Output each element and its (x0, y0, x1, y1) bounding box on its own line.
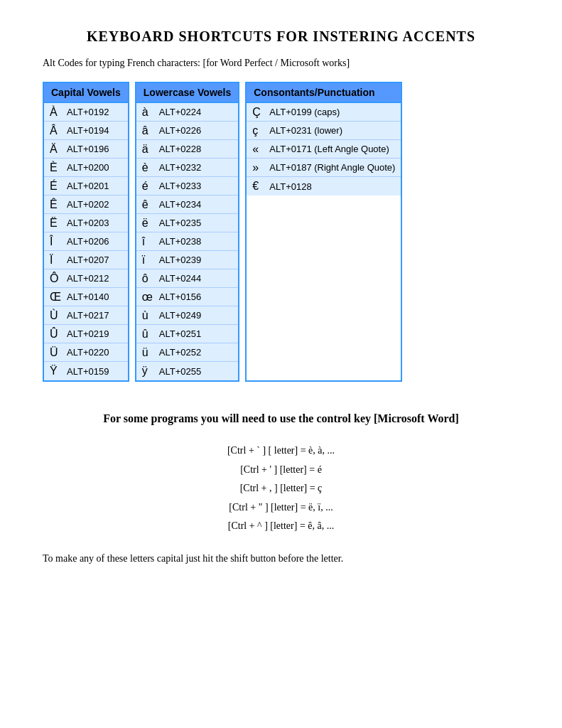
char-glyph: ù (142, 309, 158, 322)
table-row: éALT+0233 (136, 177, 238, 196)
char-glyph: Ÿ (50, 365, 65, 378)
table-row: ŒALT+0140 (44, 288, 128, 306)
char-glyph: « (252, 143, 268, 156)
table-row: ŸALT+0159 (44, 362, 128, 380)
subtitle: Alt Codes for typing French characters: … (43, 58, 519, 69)
char-glyph: ü (142, 346, 158, 359)
char-code: ALT+0234 (159, 199, 201, 210)
table-row: âALT+0226 (136, 122, 238, 140)
char-code: ALT+0249 (159, 310, 201, 321)
capital-vowels-col: Capital Vowels ÀALT+0192ÂALT+0194ÄALT+01… (43, 82, 129, 382)
char-glyph: â (142, 124, 158, 137)
char-glyph: ÿ (142, 365, 158, 378)
char-code: ALT+0233 (159, 181, 201, 191)
char-glyph: € (252, 180, 268, 193)
table-row: ÇALT+0199 (caps) (247, 103, 401, 122)
char-glyph: Û (50, 328, 65, 341)
char-code: ALT+0235 (159, 218, 201, 228)
table-row: ùALT+0249 (136, 306, 238, 325)
char-code: ALT+0231 (lower) (269, 125, 342, 136)
char-glyph: î (142, 235, 158, 248)
table-row: ÀALT+0192 (44, 103, 128, 122)
table-row: ïALT+0239 (136, 251, 238, 269)
char-glyph: Ä (50, 143, 65, 156)
char-glyph: ç (252, 124, 268, 137)
char-glyph: Ù (50, 309, 65, 322)
note-heading: For some programs you will need to use t… (43, 410, 519, 427)
char-glyph: è (142, 161, 158, 174)
shortcut-item: [Ctrl + ` ] [ letter] = è, à, ... (43, 441, 519, 461)
shortcut-item: [Ctrl + " ] [letter] = ë, ï, ... (43, 498, 519, 518)
table-row: ÛALT+0219 (44, 325, 128, 343)
char-glyph: ä (142, 143, 158, 156)
char-glyph: à (142, 106, 158, 119)
char-code: ALT+0228 (159, 144, 201, 154)
char-code: ALT+0207 (67, 255, 109, 265)
table-row: ÄALT+0196 (44, 140, 128, 159)
lowercase-vowels-rows: àALT+0224âALT+0226äALT+0228èALT+0232éALT… (136, 103, 238, 380)
char-code: ALT+0171 (Left Angle Quote) (269, 144, 389, 154)
char-code: ALT+0202 (67, 199, 109, 210)
char-code: ALT+0239 (159, 255, 201, 265)
table-row: ÙALT+0217 (44, 306, 128, 325)
char-glyph: Œ (50, 291, 65, 304)
table-row: ÔALT+0212 (44, 269, 128, 288)
table-row: ÊALT+0202 (44, 196, 128, 214)
table-row: èALT+0232 (136, 159, 238, 177)
table-row: îALT+0238 (136, 232, 238, 251)
table-row: çALT+0231 (lower) (247, 122, 401, 140)
table-row: ëALT+0235 (136, 214, 238, 232)
table-row: àALT+0224 (136, 103, 238, 122)
char-glyph: ë (142, 217, 158, 230)
table-row: äALT+0228 (136, 140, 238, 159)
char-code: ALT+0196 (67, 144, 109, 154)
char-glyph: Â (50, 124, 65, 137)
char-code: ALT+0140 (67, 291, 109, 302)
char-glyph: À (50, 106, 65, 119)
table-row: œALT+0156 (136, 288, 238, 306)
table-row: ôALT+0244 (136, 269, 238, 288)
table-row: üALT+0252 (136, 343, 238, 362)
consonants-col: Consontants/Punctuation ÇALT+0199 (caps)… (245, 82, 402, 382)
char-glyph: É (50, 180, 65, 193)
char-glyph: Ë (50, 217, 65, 230)
char-code: ALT+0238 (159, 236, 201, 247)
table-row: ÈALT+0200 (44, 159, 128, 177)
char-glyph: û (142, 328, 158, 341)
char-code: ALT+0194 (67, 125, 109, 136)
capital-vowels-header: Capital Vowels (44, 83, 128, 103)
char-code: ALT+0244 (159, 273, 201, 284)
char-glyph: Ï (50, 254, 65, 267)
table-row: »ALT+0187 (Right Angle Quote) (247, 159, 401, 177)
char-glyph: ê (142, 198, 158, 211)
lowercase-vowels-col: Lowercase Vowels àALT+0224âALT+0226äALT+… (135, 82, 239, 382)
table-row: ÉALT+0201 (44, 177, 128, 196)
char-code: ALT+0156 (159, 291, 201, 302)
char-code: ALT+0212 (67, 273, 109, 284)
table-row: €ALT+0128 (247, 177, 401, 196)
char-code: ALT+0200 (67, 162, 109, 173)
char-code: ALT+0128 (269, 181, 311, 192)
capital-vowels-rows: ÀALT+0192ÂALT+0194ÄALT+0196ÈALT+0200ÉALT… (44, 103, 128, 380)
char-code: ALT+0255 (159, 366, 201, 377)
char-glyph: œ (142, 291, 158, 304)
table-row: ÿALT+0255 (136, 362, 238, 380)
char-code: ALT+0206 (67, 236, 109, 247)
lowercase-vowels-header: Lowercase Vowels (136, 83, 238, 103)
table-row: ËALT+0203 (44, 214, 128, 232)
char-code: ALT+0201 (67, 181, 109, 191)
char-glyph: » (252, 161, 268, 174)
char-glyph: ô (142, 272, 158, 285)
char-code: ALT+0159 (67, 366, 109, 377)
table-row: ÜALT+0220 (44, 343, 128, 362)
char-code: ALT+0220 (67, 347, 109, 358)
table-row: ÏALT+0207 (44, 251, 128, 269)
char-code: ALT+0217 (67, 310, 109, 321)
char-glyph: Ê (50, 198, 65, 211)
table-row: ûALT+0251 (136, 325, 238, 343)
char-glyph: Ç (252, 106, 268, 119)
char-code: ALT+0199 (caps) (269, 107, 340, 117)
char-glyph: Ü (50, 346, 65, 359)
shortcut-item: [Ctrl + ' ] [letter] = é (43, 461, 519, 480)
char-code: ALT+0224 (159, 107, 201, 117)
